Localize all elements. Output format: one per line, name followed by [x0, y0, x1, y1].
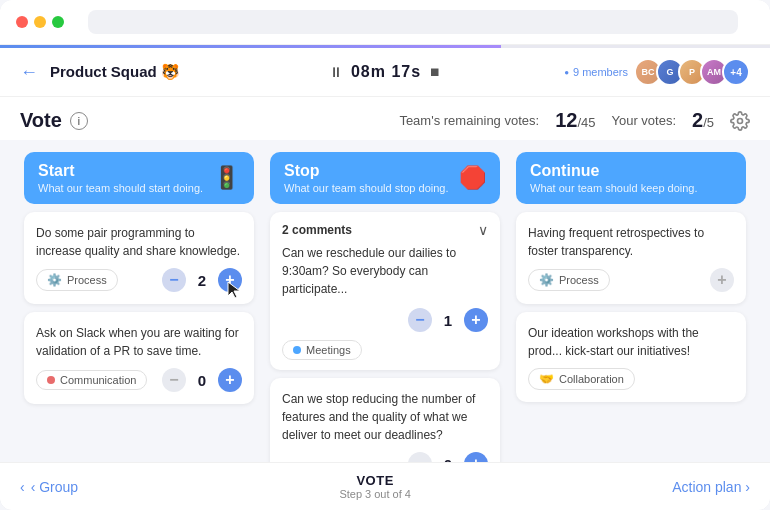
start-card-1-vote-count: 2 — [194, 272, 210, 289]
stop-card-2-minus-btn[interactable]: − — [408, 452, 432, 462]
start-card-1-vote-controls: − 2 + — [162, 268, 242, 292]
continue-card-2-actions: 🤝 Collaboration — [528, 368, 734, 390]
stop-column-header: Stop What our team should stop doing. 🛑 — [270, 152, 500, 204]
maximize-button[interactable] — [52, 16, 64, 28]
minimize-button[interactable] — [34, 16, 46, 28]
continue-subtitle: What our team should keep doing. — [530, 182, 698, 194]
start-card-1-actions: ⚙️ Process − 2 + — [36, 268, 242, 292]
start-card-1-minus-btn[interactable]: − — [162, 268, 186, 292]
stop-card-2: Can we stop reducing the number of featu… — [270, 378, 500, 462]
comment-count: 2 comments — [282, 223, 352, 237]
start-card-1: Do some pair programming to increase qua… — [24, 212, 254, 304]
timer-display: 08m 17s — [351, 63, 421, 81]
vote-stats: Team's remaining votes: 12/45 Your votes… — [399, 109, 750, 132]
columns-container: Start What our team should start doing. … — [0, 140, 770, 462]
svg-point-0 — [738, 118, 743, 123]
settings-icon[interactable] — [730, 111, 750, 131]
continue-card-1-tag: ⚙️ Process — [528, 269, 610, 291]
continue-column-header: Continue What our team should keep doing… — [516, 152, 746, 204]
stop-icon: 🛑 — [459, 165, 486, 191]
continue-card-2: Our ideation workshops with the prod... … — [516, 312, 746, 402]
start-card-1-text: Do some pair programming to increase qua… — [36, 224, 242, 260]
svg-marker-1 — [228, 282, 240, 298]
communication-dot — [47, 376, 55, 384]
start-column: Start What our team should start doing. … — [16, 140, 262, 462]
start-icon: 🚦 — [213, 165, 240, 191]
footer-step-sub: Step 3 out of 4 — [339, 488, 411, 500]
next-nav-label[interactable]: Action plan › — [672, 479, 750, 495]
start-card-2-minus-btn[interactable]: − — [162, 368, 186, 392]
continue-column: Continue What our team should keep doing… — [508, 140, 754, 462]
back-button[interactable]: ← — [20, 62, 38, 83]
comment-body: Can we reschedule our dailies to 9:30am?… — [270, 244, 500, 308]
continue-card-1: Having frequent retrospectives to foster… — [516, 212, 746, 304]
stop-icon[interactable]: ⏹ — [429, 65, 441, 79]
continue-card-1-actions: ⚙️ Process + — [528, 268, 734, 292]
pause-icon[interactable]: ⏸ — [329, 64, 343, 80]
back-nav[interactable]: ‹ ‹ Group — [20, 479, 78, 495]
your-votes-label: Your votes: — [611, 113, 676, 128]
vote-title: Vote i — [20, 109, 88, 132]
continue-title: Continue — [530, 162, 698, 180]
header-left: ← Product Squad 🐯 — [20, 62, 180, 83]
continue-card-2-text: Our ideation workshops with the prod... … — [528, 324, 734, 360]
start-card-2-vote-count: 0 — [194, 372, 210, 389]
process-gear-icon: ⚙️ — [539, 273, 554, 287]
comment-tags: Meetings — [270, 340, 500, 370]
stop-card-2-text: Can we stop reducing the number of featu… — [282, 390, 488, 444]
continue-card-1-plus-btn[interactable]: + — [710, 268, 734, 292]
your-votes-count: 2/5 — [692, 109, 714, 132]
start-card-2-text: Ask on Slack when you are waiting for va… — [36, 324, 242, 360]
timer-section: ⏸ 08m 17s ⏹ — [329, 63, 441, 81]
vote-section: Vote i Team's remaining votes: 12/45 You… — [0, 97, 770, 140]
header-right: 9 members BC G P AM +4 — [564, 58, 750, 86]
main-header: ← Product Squad 🐯 ⏸ 08m 17s ⏹ 9 members … — [0, 48, 770, 97]
stop-subtitle: What our team should stop doing. — [284, 182, 448, 194]
stop-card-1-vote-count: 1 — [440, 312, 456, 329]
stop-card-1-minus-btn[interactable]: − — [408, 308, 432, 332]
avatars-group: BC G P AM +4 — [634, 58, 750, 86]
continue-card-1-vote-controls: + — [710, 268, 734, 292]
close-button[interactable] — [16, 16, 28, 28]
stop-card-2-actions: − 0 + — [282, 452, 488, 462]
back-nav-label[interactable]: ‹ Group — [31, 479, 78, 495]
team-votes-label: Team's remaining votes: — [399, 113, 539, 128]
start-card-2-actions: Communication − 0 + — [36, 368, 242, 392]
start-card-1-tag: ⚙️ Process — [36, 269, 118, 291]
title-bar — [0, 0, 770, 45]
collab-icon: 🤝 — [539, 372, 554, 386]
chevron-left-icon: ‹ — [20, 479, 25, 495]
start-card-2: Ask on Slack when you are waiting for va… — [24, 312, 254, 404]
stop-card-1-vote-controls: − 1 + — [408, 308, 488, 332]
squad-title: Product Squad 🐯 — [50, 63, 180, 81]
comment-header: 2 comments ∨ — [270, 212, 500, 244]
start-title: Start — [38, 162, 203, 180]
stop-card-1-plus-btn[interactable]: + — [464, 308, 488, 332]
url-bar[interactable] — [88, 10, 738, 34]
avatar-more: +4 — [722, 58, 750, 86]
members-label: 9 members — [564, 66, 628, 78]
next-nav[interactable]: Action plan › — [672, 479, 750, 495]
start-card-2-tag: Communication — [36, 370, 147, 390]
footer-center: VOTE Step 3 out of 4 — [339, 473, 411, 500]
traffic-lights — [16, 16, 64, 28]
collaboration-tag: 🤝 Collaboration — [528, 368, 635, 390]
comment-vote-row: − 1 + — [270, 308, 500, 340]
gear-tag-icon: ⚙️ — [47, 273, 62, 287]
start-card-2-plus-btn[interactable]: + — [218, 368, 242, 392]
app-window: ← Product Squad 🐯 ⏸ 08m 17s ⏹ 9 members … — [0, 0, 770, 510]
continue-card-1-text: Having frequent retrospectives to foster… — [528, 224, 734, 260]
footer: ‹ ‹ Group VOTE Step 3 out of 4 Action pl… — [0, 462, 770, 510]
meetings-dot — [293, 346, 301, 354]
stop-comment-card: 2 comments ∨ Can we reschedule our daili… — [270, 212, 500, 370]
chevron-down-icon[interactable]: ∨ — [478, 222, 488, 238]
start-column-header: Start What our team should start doing. … — [24, 152, 254, 204]
start-subtitle: What our team should start doing. — [38, 182, 203, 194]
stop-card-2-plus-btn[interactable]: + — [464, 452, 488, 462]
stop-card-2-vote-controls: − 0 + — [408, 452, 488, 462]
stop-title: Stop — [284, 162, 448, 180]
cursor-icon — [226, 280, 246, 300]
meetings-tag: Meetings — [282, 340, 362, 360]
vote-info-icon[interactable]: i — [70, 112, 88, 130]
stop-column: Stop What our team should stop doing. 🛑 … — [262, 140, 508, 462]
